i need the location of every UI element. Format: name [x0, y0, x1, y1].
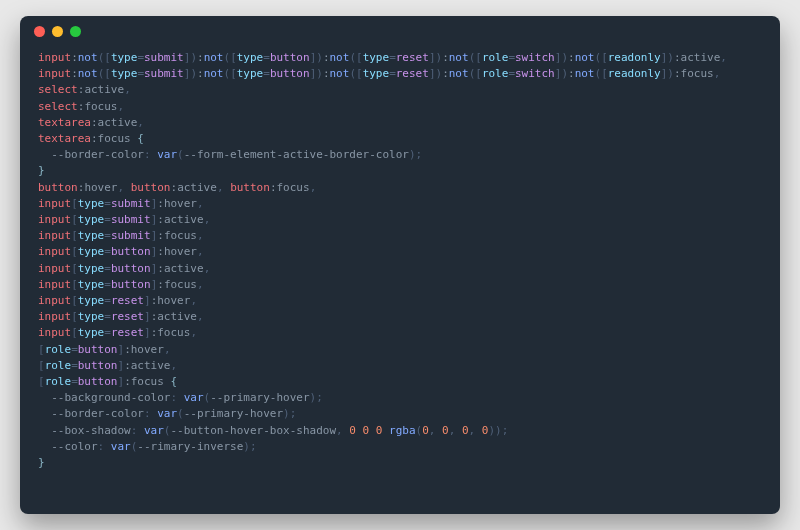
code-window: input:not([type=submit]):not([type=butto… [20, 16, 780, 514]
zoom-icon[interactable] [70, 26, 81, 37]
code-content: input:not([type=submit]):not([type=butto… [20, 46, 780, 514]
titlebar [20, 16, 780, 46]
close-icon[interactable] [34, 26, 45, 37]
minimize-icon[interactable] [52, 26, 63, 37]
